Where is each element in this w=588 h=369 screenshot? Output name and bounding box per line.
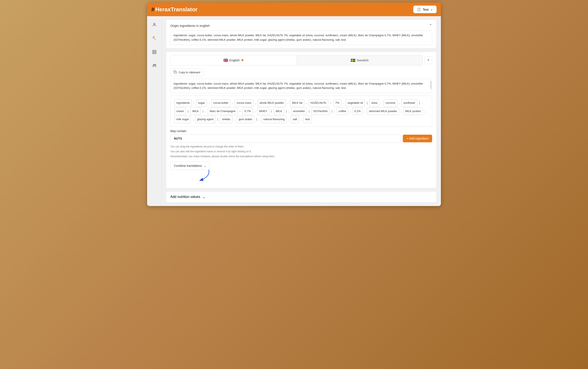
tab-swedish-label: Swedish [357, 58, 369, 62]
sep: , [364, 108, 365, 114]
add-tab-button[interactable]: + [425, 56, 432, 64]
sep: , [255, 108, 256, 114]
token-hazelnuts[interactable]: HAZELNUTs [309, 99, 328, 107]
sep: ) [286, 108, 287, 114]
sep: ( [217, 116, 218, 123]
required-marker: ✱ [241, 58, 244, 62]
app-container: # HeraxTranslator 📋 Test ⌄ [147, 2, 441, 206]
sep: , [306, 100, 307, 106]
logo-text: HeraxTranslator [155, 6, 197, 13]
sep: , [288, 100, 289, 106]
token-milk-protein[interactable]: MILK protein [403, 108, 423, 115]
tabs-row: 🇬🇧 English ✱ 🇸🇪 Swedish + [170, 55, 432, 65]
sep: , [193, 116, 193, 123]
combine-translations-button[interactable]: Combine translations ⌄ [170, 162, 210, 170]
translation-text-box: ingredients: sugar, cocoa butter, cocoa … [170, 79, 432, 93]
token-shea[interactable]: shea [369, 99, 379, 107]
sep: , [334, 108, 335, 114]
tokens-container: ingredients : sugar , cocoa butter , coc… [170, 96, 432, 127]
token-milk-sugar[interactable]: milk sugar [174, 116, 191, 123]
chevron-down-icon: ⌄ [204, 164, 206, 167]
token-skimmed-milk[interactable]: skimmed MILK powder [367, 108, 399, 115]
token-sunflower[interactable]: sunflower [401, 99, 417, 107]
sep: : [193, 100, 194, 106]
sep: ) [419, 100, 420, 106]
scrollbar[interactable] [430, 81, 431, 89]
sidebar-item-translate[interactable] [150, 34, 159, 43]
token-ingredients[interactable]: ingredients [174, 99, 192, 107]
sidebar [147, 16, 162, 206]
add-ingredient-button[interactable]: + Add ingredient [403, 135, 432, 142]
svg-rect-4 [152, 52, 154, 54]
token-glazing-agent[interactable]: glazing agent [195, 116, 215, 123]
drag-hint: You can drag the ingredients around to c… [170, 145, 432, 149]
sep: , [399, 100, 400, 106]
token-vegetable-oil[interactable]: vegetable oil [346, 99, 365, 107]
token-gum-arabic[interactable]: gum arabic [237, 116, 254, 123]
sep: , [425, 108, 426, 114]
copy-btn-label: Copy to clipboard [179, 71, 200, 74]
logo-hash: # [151, 6, 154, 13]
token-07pct[interactable]: 0,7% [243, 108, 253, 115]
sidebar-item-group[interactable] [150, 61, 159, 70]
token-soylecithin[interactable]: SOYlecithin [311, 108, 330, 115]
sep: , [232, 100, 233, 106]
token-whole-milk-powder[interactable]: whole MILK powder [258, 99, 286, 107]
token-7pct[interactable]: 7% [333, 99, 341, 107]
token-01pct[interactable]: 0,1% [353, 108, 363, 115]
tab-swedish[interactable]: 🇸🇪 Swedish [297, 55, 423, 65]
token-shellac[interactable]: shellac [220, 116, 232, 123]
header: # HeraxTranslator 📋 Test ⌄ [147, 2, 441, 16]
sep: , [205, 108, 206, 114]
sidebar-item-grid[interactable] [150, 48, 159, 56]
token-milk-cream[interactable]: MILK [190, 108, 200, 115]
token-natural-flavouring[interactable]: natural flavouring [261, 116, 287, 123]
origin-collapse-icon[interactable]: ⌃ [429, 23, 432, 28]
translation-content: ingredients: sugar, cocoa butter, cocoa … [173, 82, 423, 90]
sep: ) [331, 108, 332, 114]
add-nutrition-card[interactable]: Add nutrition values ⌄ [166, 191, 437, 203]
svg-point-6 [153, 64, 154, 66]
may-contain-label: May contain [170, 129, 432, 133]
token-emulsifier[interactable]: emulsifier [291, 108, 307, 115]
accuracy-hint: Heraxtranslator can make mistakes, pleas… [170, 154, 432, 158]
test-button[interactable]: 📋 Test ⌄ [413, 6, 437, 13]
sep: ( [188, 108, 189, 114]
token-cocoa-butter[interactable]: cocoa butter [211, 99, 230, 107]
svg-rect-3 [155, 50, 156, 51]
token-sugar[interactable]: sugar [196, 99, 207, 107]
tab-english[interactable]: 🇬🇧 English ✱ [170, 55, 297, 65]
copy-to-clipboard-button[interactable]: Copy to clipboard [170, 68, 203, 76]
sidebar-item-user[interactable] [150, 20, 159, 29]
token-test[interactable]: test [303, 116, 312, 123]
sep: , [401, 108, 401, 114]
sep: , [288, 116, 289, 123]
sep: , [234, 116, 235, 123]
token-marc-de-champagne[interactable]: Marc de Champagne [208, 108, 237, 115]
add-nutrition-label: Add nutrition values [170, 195, 200, 199]
sep: , [381, 100, 382, 106]
token-coconut[interactable]: coconut [384, 99, 397, 107]
header-btn-label: Test [423, 8, 429, 11]
main-layout: Origin ingredients in english ⌃ ingredie… [147, 16, 441, 206]
sep: ( [309, 108, 309, 114]
tab-english-label: English [229, 58, 240, 62]
copy-icon [173, 70, 177, 74]
document-icon: 📋 [417, 8, 421, 11]
token-coffee[interactable]: coffee [337, 108, 348, 115]
token-milk-fat[interactable]: MILK fat [290, 99, 304, 107]
origin-card-header: Origin ingredients in english ⌃ [170, 23, 432, 28]
sep: ) [256, 116, 257, 123]
token-cocoa-mass[interactable]: cocoa mass [235, 99, 253, 107]
may-contain-nuts: NUTS [170, 134, 401, 143]
svg-rect-8 [175, 72, 177, 73]
content-area: Origin ingredients in english ⌃ ingredie… [162, 16, 441, 206]
token-cream[interactable]: cream [174, 108, 186, 115]
arrow-annotation [192, 168, 217, 183]
sep: ) [202, 108, 203, 114]
chevron-down-icon: ⌄ [430, 8, 433, 11]
token-whey[interactable]: WHEY [257, 108, 269, 115]
token-milk-whey[interactable]: MILK [274, 108, 284, 115]
token-salt[interactable]: salt [291, 116, 299, 123]
svg-rect-5 [155, 52, 156, 54]
